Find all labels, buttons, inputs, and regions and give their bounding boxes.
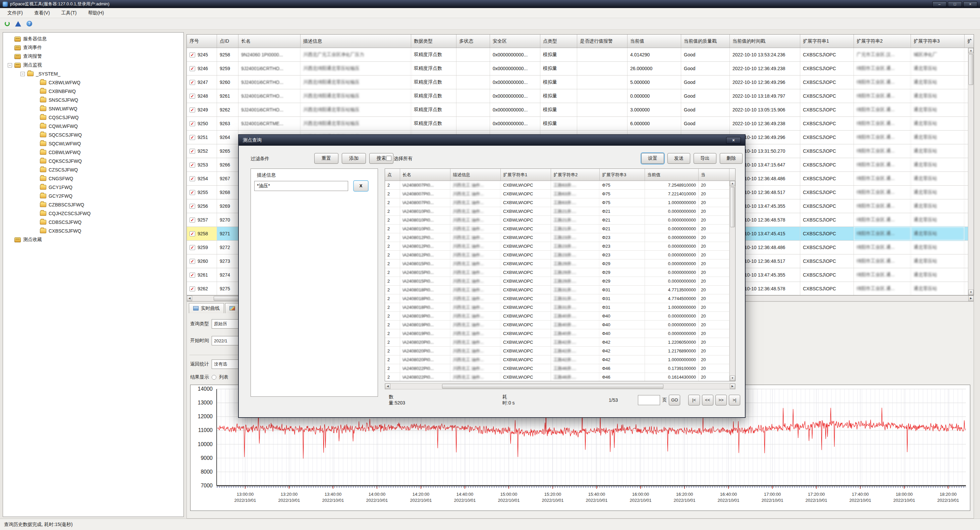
dialog-table-row[interactable]: 2\A2408022PI0...川西北工 油作...CXBWLW\OPC工路46… <box>385 373 735 381</box>
menu-item-0[interactable]: 文件(F) <box>7 10 23 16</box>
column-header-7[interactable]: 点类型 <box>540 35 577 48</box>
expander-icon[interactable]: − <box>21 72 25 76</box>
sidebar-item-查询事件[interactable]: 查询事件 <box>3 43 183 52</box>
sidebar-item-CXBNBFWQ[interactable]: CXBNBFWQ <box>3 87 183 96</box>
dialog-table-row[interactable]: 2\A2408012PI0...川西北工 油作...CXBWLW\OPC工路23… <box>385 233 735 242</box>
dialog-table-row[interactable]: 2\A2408020PI0...川西北工 油作...CXBWLW\OPC工路42… <box>385 338 735 347</box>
dialog-table-row[interactable]: 2\A2408018PI0...川西北工 油作...CXBWLW\OPC工路31… <box>385 294 735 303</box>
column-header-6[interactable]: 安全区 <box>490 35 540 48</box>
select-all-checkbox[interactable] <box>387 156 391 161</box>
dialog-table-row[interactable]: 2\A2408020PI0...川西北工 油作...CXBWLW\OPC工路42… <box>385 347 735 356</box>
settings-button[interactable]: 设置 <box>641 153 664 164</box>
sidebar-item-CQWLWFWQ[interactable]: CQWLWFWQ <box>3 122 183 131</box>
column-header-15[interactable]: 扩 <box>964 35 974 48</box>
maximize-button[interactable]: □ <box>948 2 962 7</box>
scrollbar-thumb[interactable] <box>442 384 663 389</box>
sidebar-item-CDBSCSJFWQ[interactable]: CDBSCSJFWQ <box>3 218 183 227</box>
sidebar-item-CNGSFWQ[interactable]: CNGSFWQ <box>3 174 183 183</box>
monitor-icon[interactable] <box>15 21 21 27</box>
sidebar-item-SQCWLWFWQ[interactable]: SQCWLWFWQ <box>3 139 183 148</box>
dialog-column-header-2[interactable]: 描述信息 <box>450 169 501 180</box>
sidebar-item-SNWLWFWQ[interactable]: SNWLWFWQ <box>3 104 183 113</box>
scrollbar-thumb[interactable] <box>730 187 735 227</box>
sidebar-item-CQKSCSJFWQ[interactable]: CQKSCSJFWQ <box>3 157 183 166</box>
column-header-10[interactable]: 当前值的质量戳 <box>681 35 730 48</box>
sidebar-item-服务器信息[interactable]: 服务器信息 <box>3 35 183 43</box>
dialog-table-row[interactable]: 2\A2408020PI0...川西北工 油作...CXBWLW\OPC工路42… <box>385 356 735 364</box>
sidebar-item-CZBBSCSJFWQ[interactable]: CZBBSCSJFWQ <box>3 200 183 209</box>
scroll-down-icon[interactable]: ▼ <box>968 290 974 295</box>
column-header-9[interactable]: 当前值 <box>627 35 681 48</box>
add-button[interactable]: 添加 <box>342 153 366 164</box>
next-page-button[interactable]: >> <box>715 395 727 405</box>
close-button[interactable]: × <box>963 2 977 7</box>
dialog-horizontal-scrollbar[interactable]: ◀ ▶ <box>385 383 735 390</box>
sidebar-item-CXBSCSJFWQ[interactable]: CXBSCSJFWQ <box>3 227 183 235</box>
scroll-right-icon[interactable]: ▶ <box>968 296 974 301</box>
scroll-left-icon[interactable]: ◀ <box>187 296 192 301</box>
dialog-column-header-6[interactable]: 当前值 <box>645 169 698 180</box>
dialog-table-row[interactable]: 2\A2408012PI0...川西北工 油作...CXBWLW\OPC工路23… <box>385 242 735 251</box>
column-header-2[interactable]: 长名 <box>239 35 301 48</box>
table-row[interactable]: ✓924692599J24001i6CRTHO...川西北绵阳通北零压站输压双精… <box>187 62 974 75</box>
last-page-button[interactable]: >| <box>729 395 740 405</box>
dialog-table-row[interactable]: 2\A2408010PI0...川西北工 油作...CXBWLW\OPC工路21… <box>385 207 735 216</box>
dialog-column-header-1[interactable]: 长名 <box>400 169 450 180</box>
dialog-table-row[interactable]: 2\A2408019PI0...川西北工 油作...CXBWLW\OPC工路40… <box>385 321 735 329</box>
dialog-table-row[interactable]: 2\A2408018PI0...川西北工 油作...CXBWLW\OPC工路31… <box>385 303 735 312</box>
send-button[interactable]: 发送 <box>667 153 690 164</box>
dialog-column-header-5[interactable]: 扩展字符串3 <box>600 169 645 180</box>
dialog-table-row[interactable]: 2\A2408007PI0...川西北工 油作...CXBWLW\OPC工路63… <box>385 181 735 190</box>
sidebar-item-测点收藏[interactable]: 测点收藏 <box>3 235 183 244</box>
dialog-table-row[interactable]: 2\A2408012PI0...川西北工 油作...CXBWLW\OPC工路23… <box>385 251 735 259</box>
scroll-down-icon[interactable]: ▼ <box>730 375 735 381</box>
dialog-table-row[interactable]: 2\A2408015PI0...川西北工 油作...CXBWLW\OPC工路29… <box>385 268 735 277</box>
list-radio[interactable] <box>212 375 216 380</box>
first-page-button[interactable]: |< <box>688 395 700 405</box>
clear-filter-button[interactable]: X <box>353 180 369 192</box>
menu-item-1[interactable]: 查看(V) <box>34 10 50 16</box>
dialog-table-row[interactable]: 2\A2408019PI0...川西北工 油作...CXBWLW\OPC工路40… <box>385 329 735 338</box>
expander-icon[interactable]: − <box>8 63 12 67</box>
sidebar-item-GCY1FWQ[interactable]: GCY1FWQ <box>3 183 183 192</box>
dialog-table-row[interactable]: 2\A2408007PI0...川西北工 油作...CXBWLW\OPC工路63… <box>385 190 735 198</box>
sidebar-item-CQJHZCSCSJFWQ[interactable]: CQJHZCSCSJFWQ <box>3 209 183 218</box>
column-header-12[interactable]: 扩展字符串1 <box>800 35 854 48</box>
dialog-table-row[interactable]: 2\A2408015PI0...川西北工 油作...CXBWLW\OPC工路29… <box>385 259 735 268</box>
sidebar-item-CDBWLWFWQ[interactable]: CDBWLWFWQ <box>3 148 183 157</box>
dialog-table-row[interactable]: 2\A2408010PI0...川西北工 油作...CXBWLW\OPC工路21… <box>385 216 735 225</box>
dialog-column-header-0[interactable]: 点 <box>385 169 400 180</box>
dialog-table-row[interactable]: 2\A2408019PI0...川西北工 油作...CXBWLW\OPC工路40… <box>385 312 735 321</box>
column-header-13[interactable]: 扩展字符串2 <box>854 35 911 48</box>
scroll-up-icon[interactable]: ▲ <box>968 48 974 53</box>
scroll-up-icon[interactable]: ▲ <box>730 181 735 186</box>
dialog-table-row[interactable]: 2\A2408018PI0...川西北工 油作...CXBWLW\OPC工路31… <box>385 286 735 294</box>
column-header-1[interactable]: 点ID <box>217 35 239 48</box>
page-number-input[interactable] <box>638 395 660 405</box>
tab-realtime-curve[interactable]: 实时曲线 <box>189 303 224 313</box>
scroll-left-icon[interactable]: ◀ <box>385 384 390 389</box>
column-header-4[interactable]: 数据类型 <box>411 35 457 48</box>
dialog-column-header-4[interactable]: 扩展字符串2 <box>551 169 600 180</box>
sidebar-item-CZSCSJFWQ[interactable]: CZSCSJFWQ <box>3 166 183 174</box>
column-header-11[interactable]: 当前值的时间戳 <box>730 35 800 48</box>
dialog-column-header-7[interactable]: 当 <box>698 169 729 180</box>
sidebar-item-CQSCSJFWQ[interactable]: CQSCSJFWQ <box>3 113 183 122</box>
dialog-table-row[interactable]: 2\A2408015PI0...川西北工 油作...CXBWLW\OPC工路29… <box>385 277 735 286</box>
table-row[interactable]: ✓925092639J24001i6CRTME...川西北绵阳通北零压站输压双精… <box>187 117 974 131</box>
help-icon[interactable]: ? <box>27 21 32 27</box>
reset-button[interactable]: 重置 <box>314 153 339 164</box>
dialog-column-header-3[interactable]: 扩展字符串1 <box>501 169 551 180</box>
prev-page-button[interactable]: << <box>702 395 713 405</box>
table-row[interactable]: ✓924992629J24001i6CRTHO...川西北绵阳通北零压站输压双精… <box>187 103 974 117</box>
column-header-0[interactable]: 序号 <box>187 35 217 48</box>
delete-button[interactable]: 删除 <box>720 153 743 164</box>
menu-item-3[interactable]: 帮助(H) <box>88 10 103 16</box>
dialog-vertical-scrollbar[interactable]: ▲▼ <box>729 181 735 381</box>
table-vertical-scrollbar[interactable]: ▲▼ <box>968 48 974 295</box>
column-header-8[interactable]: 是否进行值报警 <box>577 35 627 48</box>
dialog-table-row[interactable]: 2\A2408010PI0...川西北工 油作...CXBWLW\OPC工路21… <box>385 225 735 233</box>
sidebar-item-CXBWLWFWQ[interactable]: CXBWLWFWQ <box>3 78 183 87</box>
column-header-5[interactable]: 多状态 <box>457 35 490 48</box>
scroll-right-icon[interactable]: ▶ <box>730 384 735 389</box>
